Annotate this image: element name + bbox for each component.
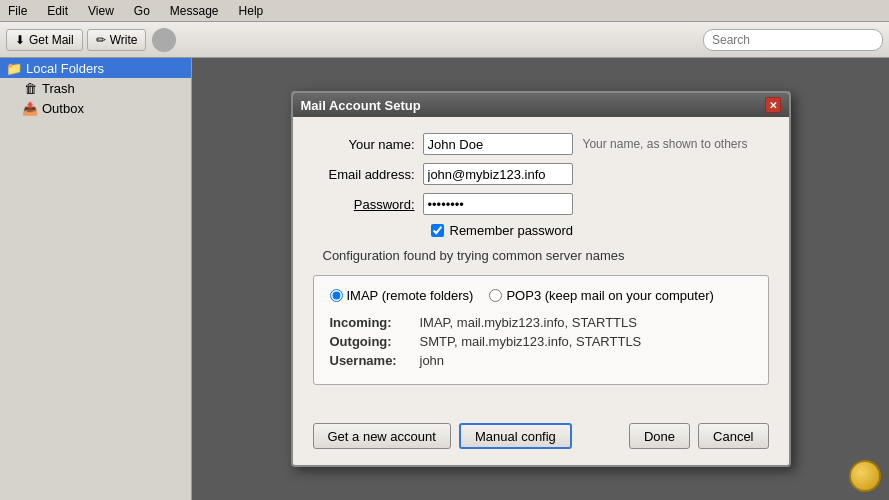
your-name-input[interactable]: [423, 133, 573, 155]
username-label: Username:: [330, 353, 420, 368]
email-address-input[interactable]: [423, 163, 573, 185]
pop3-label: POP3 (keep mail on your computer): [506, 288, 713, 303]
sidebar-item-outbox[interactable]: 📤 Outbox: [0, 98, 191, 118]
get-new-account-button[interactable]: Get a new account: [313, 423, 451, 449]
menu-view[interactable]: View: [84, 4, 118, 18]
dialog-overlay: Mail Account Setup ✕ Your name: Your nam…: [192, 58, 889, 500]
cancel-button[interactable]: Cancel: [698, 423, 768, 449]
username-row: Username: john: [330, 353, 752, 368]
menubar: File Edit View Go Message Help: [0, 0, 889, 22]
your-name-label: Your name:: [313, 137, 423, 152]
menu-message[interactable]: Message: [166, 4, 223, 18]
menu-edit[interactable]: Edit: [43, 4, 72, 18]
imap-label: IMAP (remote folders): [347, 288, 474, 303]
protocol-selection-row: IMAP (remote folders) POP3 (keep mail on…: [330, 288, 752, 303]
remember-password-row: Remember password: [431, 223, 769, 238]
main-area: 📁 Local Folders 🗑 Trash 📤 Outbox Mail Ac…: [0, 58, 889, 500]
sidebar-item-label-local-folders: Local Folders: [26, 61, 104, 76]
email-address-row: Email address:: [313, 163, 769, 185]
sidebar-item-label-outbox: Outbox: [42, 101, 84, 116]
pop3-option[interactable]: POP3 (keep mail on your computer): [489, 288, 713, 303]
dialog-titlebar: Mail Account Setup ✕: [293, 93, 789, 117]
your-name-hint: Your name, as shown to others: [583, 137, 748, 151]
imap-radio[interactable]: [330, 289, 343, 302]
write-button[interactable]: ✏ Write: [87, 29, 147, 51]
sidebar-item-local-folders[interactable]: 📁 Local Folders: [0, 58, 191, 78]
dialog-close-button[interactable]: ✕: [765, 97, 781, 113]
sidebar-item-trash[interactable]: 🗑 Trash: [0, 78, 191, 98]
password-row: Password:: [313, 193, 769, 215]
sidebar-item-label-trash: Trash: [42, 81, 75, 96]
pop3-radio[interactable]: [489, 289, 502, 302]
dialog-buttons: Get a new account Manual config Done Can…: [293, 413, 789, 465]
done-button[interactable]: Done: [629, 423, 690, 449]
dialog-title: Mail Account Setup: [301, 98, 421, 113]
menu-go[interactable]: Go: [130, 4, 154, 18]
outbox-icon: 📤: [22, 100, 38, 116]
trash-icon: 🗑: [22, 80, 38, 96]
outgoing-value: SMTP, mail.mybiz123.info, STARTTLS: [420, 334, 642, 349]
outgoing-label: Outgoing:: [330, 334, 420, 349]
password-input[interactable]: [423, 193, 573, 215]
get-mail-button[interactable]: ⬇ Get Mail: [6, 29, 83, 51]
incoming-label: Incoming:: [330, 315, 420, 330]
remember-password-checkbox[interactable]: [431, 224, 444, 237]
mail-account-setup-dialog: Mail Account Setup ✕ Your name: Your nam…: [291, 91, 791, 467]
dialog-body: Your name: Your name, as shown to others…: [293, 117, 789, 413]
coin-icon: [849, 460, 881, 492]
menu-help[interactable]: Help: [235, 4, 268, 18]
config-found-message: Configuration found by trying common ser…: [313, 248, 769, 263]
search-input[interactable]: [703, 29, 883, 51]
imap-option[interactable]: IMAP (remote folders): [330, 288, 474, 303]
menu-file[interactable]: File: [4, 4, 31, 18]
your-name-row: Your name: Your name, as shown to others: [313, 133, 769, 155]
incoming-value: IMAP, mail.mybiz123.info, STARTTLS: [420, 315, 637, 330]
remember-password-label: Remember password: [450, 223, 574, 238]
get-mail-icon: ⬇: [15, 33, 25, 47]
password-label: Password:: [313, 197, 423, 212]
outgoing-row: Outgoing: SMTP, mail.mybiz123.info, STAR…: [330, 334, 752, 349]
toolbar: ⬇ Get Mail ✏ Write: [0, 22, 889, 58]
get-mail-label: Get Mail: [29, 33, 74, 47]
toolbar-avatar: [152, 28, 176, 52]
protocol-box: IMAP (remote folders) POP3 (keep mail on…: [313, 275, 769, 385]
write-icon: ✏: [96, 33, 106, 47]
username-value: john: [420, 353, 445, 368]
local-folders-icon: 📁: [6, 60, 22, 76]
content-area: Mail Account Setup ✕ Your name: Your nam…: [192, 58, 889, 500]
email-address-label: Email address:: [313, 167, 423, 182]
sidebar: 📁 Local Folders 🗑 Trash 📤 Outbox: [0, 58, 192, 500]
manual-config-button[interactable]: Manual config: [459, 423, 572, 449]
incoming-row: Incoming: IMAP, mail.mybiz123.info, STAR…: [330, 315, 752, 330]
write-label: Write: [110, 33, 138, 47]
